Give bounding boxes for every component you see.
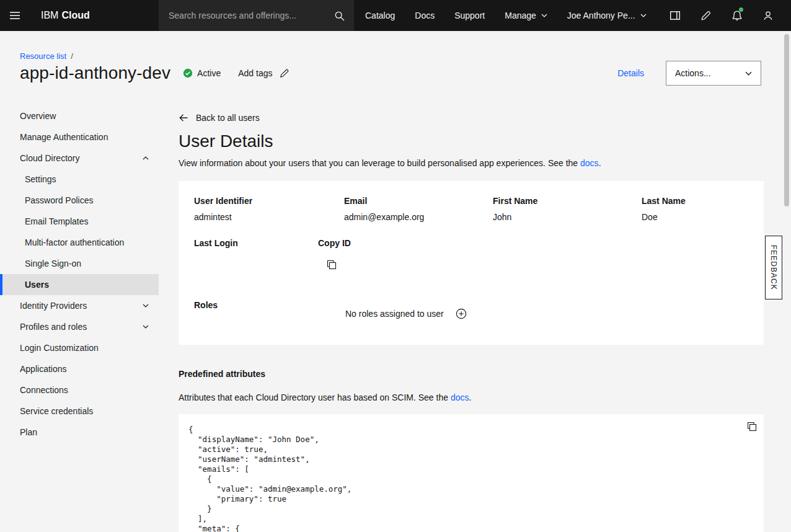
- copy-json-button[interactable]: [747, 422, 757, 432]
- user-details-title: User Details: [179, 130, 764, 153]
- nav-manage-label: Manage: [505, 11, 536, 20]
- chevron-down-icon: [745, 71, 752, 76]
- sidebar-item-profiles-and-roles[interactable]: Profiles and roles: [0, 316, 159, 337]
- actions-dropdown[interactable]: Actions...: [666, 61, 761, 86]
- edit-icon[interactable]: [691, 0, 722, 31]
- header-actions: [660, 0, 784, 31]
- sidebar-item-label: Password Polices: [25, 195, 94, 205]
- scrollbar[interactable]: [782, 31, 791, 532]
- sidebar-item-label: Applications: [20, 364, 67, 374]
- notification-dot: [739, 7, 743, 12]
- scim-json-card: { "displayName": "John Doe", "active": t…: [179, 414, 764, 532]
- sidebar-item-login-customization[interactable]: Login Customization: [0, 337, 159, 358]
- sidebar-item-overview[interactable]: Overview: [0, 105, 159, 126]
- sidebar-item-connections[interactable]: Connections: [0, 379, 159, 401]
- chevron-down-icon: [143, 304, 149, 308]
- pencil-icon: [280, 68, 289, 78]
- sidebar-item-label: Multi-factor authentication: [25, 237, 124, 247]
- field-label: User Identifier: [194, 195, 252, 206]
- nav-manage[interactable]: Manage: [495, 0, 557, 31]
- copy-id-button[interactable]: [327, 260, 337, 270]
- menu-icon[interactable]: [0, 0, 30, 31]
- sidebar-item-plan[interactable]: Plan: [0, 422, 159, 443]
- field-value: John: [493, 212, 537, 222]
- ibm-cloud-logo[interactable]: IBMCloud: [41, 0, 90, 31]
- arrow-left-icon: [179, 113, 188, 123]
- user-avatar-icon[interactable]: [753, 0, 784, 31]
- field-value: admintest: [194, 212, 252, 222]
- search-input[interactable]: [159, 0, 324, 31]
- top-navbar: IBMCloud Catalog Docs Support Manage Joe…: [0, 0, 791, 31]
- field-roles: Roles: [194, 299, 218, 311]
- sidebar-item-label: Users: [25, 280, 49, 290]
- sidebar-item-applications[interactable]: Applications: [0, 358, 159, 379]
- sidebar-item-label: Overview: [20, 111, 56, 121]
- sidebar-item-password-polices[interactable]: Password Polices: [0, 190, 159, 211]
- nav-catalog[interactable]: Catalog: [355, 0, 405, 31]
- roles-empty-state: No roles assigned to user: [345, 308, 467, 319]
- sidebar-item-label: Identity Providers: [20, 301, 87, 311]
- sidebar-item-users[interactable]: Users: [0, 274, 159, 295]
- field-last-login: Last Login: [194, 237, 238, 249]
- field-label: Roles: [194, 299, 218, 311]
- sidebar-item-email-templates[interactable]: Email Templates: [0, 211, 159, 232]
- field-copy-id: Copy ID: [318, 237, 351, 270]
- copy-icon: [327, 260, 337, 270]
- chevron-down-icon: [640, 14, 647, 17]
- user-details-card: User Identifier admintest Email admin@ex…: [179, 181, 764, 345]
- sidebar-item-label: Cloud Directory: [20, 153, 79, 163]
- add-tags-label: Add tags: [238, 68, 272, 78]
- chevron-up-icon: [143, 156, 149, 160]
- sidebar-item-single-sign-on[interactable]: Single Sign-on: [0, 253, 159, 274]
- sidebar-item-manage-authentication[interactable]: Manage Authentication: [0, 126, 159, 148]
- description-text: View information about your users that y…: [179, 158, 580, 168]
- sidebar-nav: Overview Manage Authentication Cloud Dir…: [0, 105, 159, 443]
- details-link[interactable]: Details: [617, 68, 644, 78]
- description-text: .: [469, 392, 471, 402]
- sidebar-item-settings[interactable]: Settings: [0, 169, 159, 190]
- plus-circle-icon: [456, 308, 467, 319]
- add-tags-button[interactable]: Add tags: [238, 68, 289, 78]
- sidebar-item-service-credentials[interactable]: Service credentials: [0, 401, 159, 422]
- field-label: Last Login: [194, 237, 238, 249]
- sidebar-item-label: Plan: [20, 427, 37, 437]
- field-email: Email admin@example.org: [344, 195, 424, 222]
- brand-ibm: IBM: [41, 10, 58, 21]
- nav-support[interactable]: Support: [444, 0, 495, 31]
- page-header: app-id-anthony-dev Active Add tags Detai…: [20, 58, 761, 88]
- field-user-identifier: User Identifier admintest: [194, 195, 252, 222]
- roles-empty-text: No roles assigned to user: [345, 309, 444, 319]
- check-circle-icon: [183, 68, 193, 78]
- notifications-icon[interactable]: [722, 0, 753, 31]
- main-content: Back to all users User Details View info…: [179, 93, 764, 532]
- add-role-button[interactable]: [456, 308, 467, 319]
- nav-support-label: Support: [454, 11, 485, 20]
- account-name: Joe Anthony Pe...: [567, 11, 635, 20]
- console-icon[interactable]: [660, 0, 691, 31]
- brand-cloud: Cloud: [61, 10, 89, 21]
- account-menu[interactable]: Joe Anthony Pe...: [557, 0, 656, 31]
- description-text: .: [599, 158, 601, 168]
- docs-link[interactable]: docs: [451, 392, 469, 402]
- nav-docs-label: Docs: [415, 11, 435, 20]
- back-link-label: Back to all users: [196, 113, 260, 123]
- sidebar-item-identity-providers[interactable]: Identity Providers: [0, 295, 159, 316]
- sidebar-item-label: Service credentials: [20, 406, 93, 416]
- sidebar-item-cloud-directory[interactable]: Cloud Directory: [0, 148, 159, 169]
- sidebar-item-multi-factor-authentication[interactable]: Multi-factor authentication: [0, 232, 159, 253]
- sidebar-item-label: Connections: [20, 385, 68, 395]
- field-value: admin@example.org: [344, 212, 424, 222]
- back-to-users-link[interactable]: Back to all users: [179, 112, 260, 124]
- docs-link[interactable]: docs: [580, 158, 599, 168]
- scrollbar-thumb[interactable]: [784, 34, 789, 206]
- chevron-down-icon: [143, 325, 149, 329]
- feedback-tab[interactable]: FEEDBACK: [765, 236, 782, 299]
- status-label: Active: [197, 68, 221, 78]
- nav-docs[interactable]: Docs: [405, 0, 444, 31]
- global-search: [159, 0, 354, 31]
- status-badge: Active: [183, 68, 221, 78]
- field-label: Last Name: [642, 195, 686, 206]
- search-icon[interactable]: [324, 0, 354, 31]
- field-last-name: Last Name Doe: [642, 195, 686, 222]
- page-title: app-id-anthony-dev: [20, 63, 170, 83]
